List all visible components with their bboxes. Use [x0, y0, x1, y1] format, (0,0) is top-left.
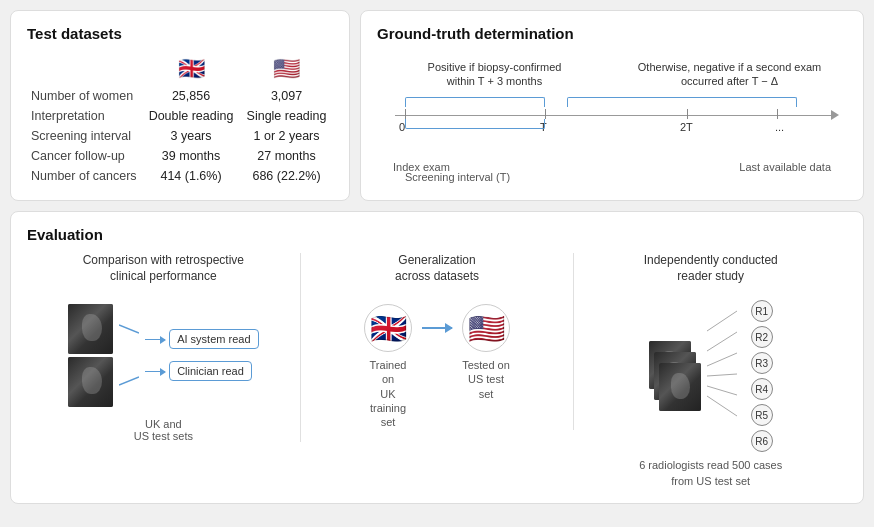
tick-0	[405, 109, 406, 119]
reader-circle-r3: R3	[751, 352, 773, 374]
eval-section-reader: Independently conducted reader study	[574, 253, 847, 489]
reader-circle-r2: R2	[751, 326, 773, 348]
test-datasets-card: Test datasets 🇬🇧 🇺🇸 Number of women25,85…	[10, 10, 350, 201]
evaluation-card: Evaluation Comparison with retrospective…	[10, 211, 864, 504]
row-uk: 3 years	[142, 126, 240, 146]
test-datasets-title: Test datasets	[27, 25, 333, 42]
tick-2T	[687, 109, 688, 119]
last-data-label: Last available data	[739, 161, 831, 173]
datasets-table: 🇬🇧 🇺🇸 Number of women25,8563,097Interpre…	[27, 52, 333, 186]
row-label: Number of women	[27, 86, 142, 106]
ai-arrow	[145, 339, 165, 340]
gt-label-positive: Positive if biopsy-confirmed within T + …	[377, 60, 612, 89]
tick-label-2T: 2T	[680, 121, 693, 133]
tick-dots	[777, 109, 778, 119]
connector-lines	[119, 300, 139, 410]
ai-read-box: AI system read	[169, 329, 258, 349]
row-uk: 414 (1.6%)	[142, 166, 240, 186]
clinician-read-box: Clinician read	[169, 361, 252, 381]
col-uk-flag: 🇬🇧	[142, 52, 240, 86]
row-us: 3,097	[240, 86, 333, 106]
reader-circle-r1: R1	[751, 300, 773, 322]
evaluation-title: Evaluation	[27, 226, 847, 243]
gt-main-line	[395, 115, 837, 117]
tested-label: Tested on US test set	[462, 358, 510, 429]
trained-label: Trained on UK training set	[364, 358, 412, 429]
brace-top-left	[405, 97, 545, 107]
gt-arrow-row: 0 T 2T ...	[377, 95, 847, 123]
row-label: Screening interval	[27, 126, 142, 146]
uk-flag-icon: 🇬🇧	[178, 56, 205, 81]
gen-arrow	[422, 327, 452, 329]
col-label	[27, 52, 142, 86]
row-uk: Double reading	[142, 106, 240, 126]
gt-arrow-tip	[831, 110, 839, 120]
gen-arrow-line	[422, 327, 452, 329]
svg-line-2	[707, 311, 737, 331]
uk-us-label: UK and US test sets	[134, 418, 193, 442]
gen-labels: Trained on UK training set Tested on US …	[364, 358, 510, 429]
mammo-images	[68, 304, 113, 407]
mammo-img-1	[68, 304, 113, 354]
svg-line-0	[119, 325, 139, 333]
gen-diagram: 🇬🇧 🇺🇸	[364, 304, 510, 352]
mammo-img-2	[68, 357, 113, 407]
tick-T	[545, 109, 546, 119]
reader-mammo-3	[659, 363, 701, 411]
row-uk: 39 months	[142, 146, 240, 166]
gen-uk-flag: 🇬🇧	[364, 304, 412, 352]
reader-mammo-images	[649, 341, 701, 411]
gt-diagram: Positive if biopsy-confirmed within T + …	[377, 52, 847, 183]
gen-subtitle: Generalization across datasets	[395, 253, 479, 284]
gen-spacer	[422, 358, 452, 429]
read-boxes: AI system read Clinician read	[145, 329, 258, 381]
reader-connector-lines	[707, 301, 737, 451]
row-us: 27 months	[240, 146, 333, 166]
reader-subtitle: Independently conducted reader study	[644, 253, 778, 284]
ground-truth-card: Ground-truth determination Positive if b…	[360, 10, 864, 201]
comparison-diagram: AI system read Clinician read	[68, 300, 258, 410]
eval-section-comparison: Comparison with retrospective clinical p…	[27, 253, 301, 442]
us-flag-icon: 🇺🇸	[273, 56, 300, 81]
reader-circle-r4: R4	[751, 378, 773, 400]
eval-section-generalization: Generalization across datasets 🇬🇧 🇺🇸 Tra…	[301, 253, 575, 430]
svg-line-7	[707, 396, 737, 416]
reader-circle-r5: R5	[751, 404, 773, 426]
comparison-subtitle: Comparison with retrospective clinical p…	[83, 253, 244, 284]
reader-diagram: R1R2R3R4R5R6	[649, 300, 773, 452]
brace-top-right	[567, 97, 797, 107]
col-us-flag: 🇺🇸	[240, 52, 333, 86]
gt-top-labels: Positive if biopsy-confirmed within T + …	[377, 60, 847, 89]
eval-sections: Comparison with retrospective clinical p…	[27, 253, 847, 489]
row-label: Cancer follow-up	[27, 146, 142, 166]
ground-truth-title: Ground-truth determination	[377, 25, 847, 42]
clinician-read-row: Clinician read	[145, 361, 252, 381]
gt-bottom-labels: Index exam Last available data	[377, 131, 847, 173]
reader-circle-r6: R6	[751, 430, 773, 452]
clinician-arrow	[145, 371, 165, 372]
brace-bottom	[405, 119, 545, 129]
svg-line-3	[707, 332, 737, 351]
gen-us-flag: 🇺🇸	[462, 304, 510, 352]
svg-line-4	[707, 353, 737, 366]
svg-line-6	[707, 386, 737, 395]
tick-label-dots: ...	[775, 121, 784, 133]
gt-label-negative: Otherwise, negative if a second exam occ…	[612, 60, 847, 89]
svg-line-5	[707, 374, 737, 376]
row-us: Single reading	[240, 106, 333, 126]
row-us: 686 (22.2%)	[240, 166, 333, 186]
row-label: Interpretation	[27, 106, 142, 126]
row-label: Number of cancers	[27, 166, 142, 186]
svg-line-1	[119, 377, 139, 385]
row-uk: 25,856	[142, 86, 240, 106]
reader-desc: 6 radiologists read 500 cases from US te…	[639, 458, 782, 489]
ai-read-row: AI system read	[145, 329, 258, 349]
reader-circles: R1R2R3R4R5R6	[751, 300, 773, 452]
row-us: 1 or 2 years	[240, 126, 333, 146]
